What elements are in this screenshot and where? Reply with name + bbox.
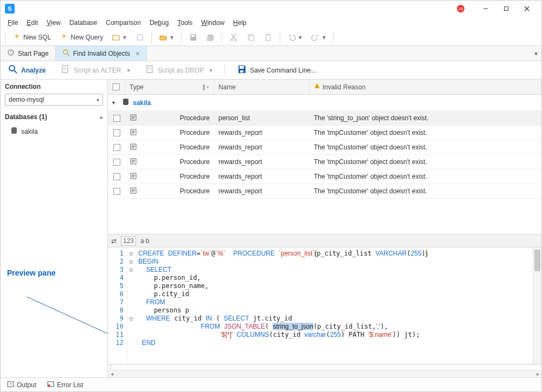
maximize-button[interactable]: [496, 2, 517, 15]
toolbar-separator: [222, 32, 222, 43]
grid-header: Type▌▾ Name Invalid Reason: [108, 80, 541, 95]
menu-database[interactable]: Database: [66, 18, 101, 28]
svg-rect-11: [249, 36, 254, 41]
database-name: sakila: [21, 128, 38, 135]
grid-row[interactable]: Procedurerewards_reportThe 'tmpCustomer'…: [108, 169, 541, 184]
menu-view[interactable]: View: [43, 18, 64, 28]
fold-gutter[interactable]: ⊟⊟⊟ ⊟: [127, 247, 135, 364]
database-icon: [10, 127, 18, 136]
open-button[interactable]: ▾: [156, 31, 177, 43]
script-alter-label: Script as ALTER: [74, 67, 121, 74]
row-checkbox[interactable]: [113, 188, 120, 195]
toolbar-separator: [333, 32, 334, 43]
database-item[interactable]: sakila: [5, 125, 103, 138]
grid-row[interactable]: Procedurerewards_reportThe 'tmpCustomer'…: [108, 155, 541, 169]
cell-name: rewards_report: [218, 143, 262, 151]
status-bar: Output Error List: [1, 377, 541, 391]
svg-rect-7: [191, 35, 195, 37]
svg-rect-13: [267, 34, 269, 35]
grid-group-row[interactable]: ▾ sakila: [108, 95, 541, 111]
tool-button-1[interactable]: [133, 31, 147, 43]
editor-split-handle[interactable]: ⦙⦙: [108, 364, 541, 370]
analyze-button[interactable]: Analyze: [5, 62, 49, 78]
right-panel: Type▌▾ Name Invalid Reason ▾ sakila Proc…: [108, 80, 541, 377]
row-checkbox[interactable]: [113, 144, 120, 151]
svg-point-15: [63, 50, 68, 54]
magnifier-icon: [8, 64, 18, 76]
procedure-icon: [130, 158, 137, 167]
row-checkbox[interactable]: [113, 115, 120, 122]
error-list-icon: [47, 381, 54, 389]
menu-edit[interactable]: Edit: [23, 18, 42, 28]
preview-tool-num[interactable]: 123: [121, 236, 136, 246]
menu-tools[interactable]: Tools: [173, 18, 196, 28]
tab-label: Find Invalid Objects: [73, 50, 130, 57]
cell-type: Procedure: [180, 187, 210, 195]
row-checkbox[interactable]: [113, 129, 120, 136]
save-command-line-button[interactable]: Save Command Line...: [234, 62, 319, 78]
toolbar-separator: [181, 32, 182, 43]
row-checkbox[interactable]: [113, 173, 120, 180]
preview-toolbar: ⇄ 123 a·b: [108, 234, 541, 247]
menu-comparison[interactable]: Comparison: [102, 18, 145, 28]
sql-editor[interactable]: 123456789101112 ⊟⊟⊟ ⊟ CREATE DEFINER=`tw…: [108, 247, 541, 364]
save-all-button[interactable]: [203, 31, 217, 43]
cell-type: Procedure: [180, 158, 210, 166]
header-type[interactable]: Type▌▾: [125, 80, 214, 94]
menu-window[interactable]: Window: [197, 18, 228, 28]
chevron-down-icon: ▾: [96, 97, 99, 103]
new-query-button[interactable]: New Query: [57, 31, 106, 43]
grid-row[interactable]: Procedurerewards_reportThe 'tmpCustomer'…: [108, 184, 541, 199]
header-check[interactable]: [108, 80, 125, 94]
start-page-icon: [7, 49, 15, 58]
svg-line-16: [67, 54, 69, 56]
connection-dropdown[interactable]: demo-mysql ▾: [5, 94, 103, 106]
menu-help[interactable]: Help: [229, 18, 250, 28]
cell-name: rewards_report: [218, 158, 262, 166]
chevron-down-icon: ▾: [112, 100, 119, 106]
tabs-overflow-button[interactable]: ▾: [531, 46, 541, 61]
minimize-button[interactable]: [475, 2, 496, 15]
row-checkbox[interactable]: [113, 159, 120, 166]
script-alter-button[interactable]: Script as ALTER ▾: [57, 62, 133, 78]
redo-button[interactable]: ▾: [308, 31, 329, 43]
copy-button[interactable]: [244, 31, 258, 43]
svg-line-18: [14, 70, 17, 73]
new-sql-button[interactable]: New SQL: [10, 31, 54, 43]
tab-find-invalid-objects[interactable]: Find Invalid Objects ×: [56, 46, 147, 61]
open-file-button[interactable]: ▾: [109, 31, 130, 43]
notification-badge[interactable]: JS: [457, 5, 464, 12]
query-sparkle-icon: [60, 33, 68, 42]
undo-button[interactable]: ▾: [285, 31, 305, 43]
tab-close-icon[interactable]: ×: [136, 49, 140, 58]
main-toolbar: New SQL New Query ▾ ▾ ▾ ▾: [1, 29, 541, 46]
save-button[interactable]: [186, 31, 200, 43]
chevron-right-icon: ▸: [100, 114, 103, 120]
procedure-icon: [130, 143, 137, 152]
menu-file[interactable]: File: [4, 18, 22, 28]
script-drop-button[interactable]: Script as DROP ▾: [142, 62, 216, 78]
grid-row[interactable]: Procedurerewards_reportThe 'tmpCustomer'…: [108, 126, 541, 140]
header-reason[interactable]: Invalid Reason: [309, 80, 541, 94]
editor-vertical-scrollbar[interactable]: [533, 247, 541, 364]
svg-rect-26: [240, 70, 243, 73]
menu-debug[interactable]: Debug: [146, 18, 172, 28]
save-cmd-label: Save Command Line...: [250, 67, 316, 74]
status-error-list[interactable]: Error List: [47, 381, 83, 389]
status-output[interactable]: Output: [7, 381, 36, 389]
databases-label[interactable]: Databases (1) ▸: [1, 110, 107, 123]
grid-row[interactable]: Procedurerewards_reportThe 'tmpCustomer'…: [108, 140, 541, 155]
grid-empty-area: [108, 199, 541, 234]
paste-button[interactable]: [261, 31, 275, 43]
cut-button[interactable]: [227, 31, 241, 43]
svg-rect-25: [240, 66, 244, 69]
close-button[interactable]: [517, 2, 537, 15]
header-name[interactable]: Name: [214, 80, 309, 94]
tab-start-page[interactable]: Start Page: [1, 46, 56, 61]
preview-tool-text[interactable]: a·b: [140, 237, 150, 245]
grid-row[interactable]: Procedureperson_listThe 'string_to_json'…: [108, 111, 541, 126]
toolbar-separator: [280, 32, 280, 43]
code-content[interactable]: CREATE DEFINER=`tw`@`%` PROCEDURE `perso…: [135, 247, 533, 364]
editor-horizontal-scrollbar[interactable]: ◂▸: [108, 370, 541, 377]
preview-tool-1[interactable]: ⇄: [111, 237, 117, 245]
